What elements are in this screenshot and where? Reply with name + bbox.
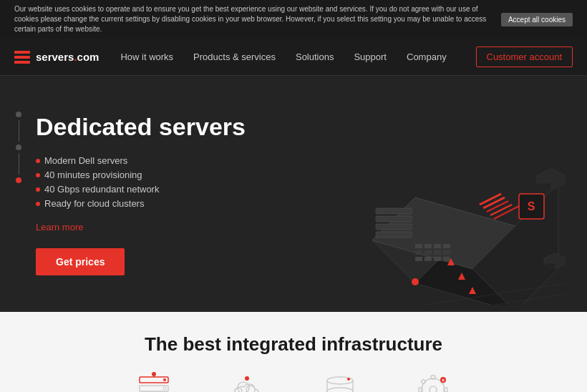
cookie-text: Our website uses cookies to operate and … [14,4,494,34]
server-illustration: S [279,83,566,305]
bullet-4: Ready for cloud clusters [36,198,246,209]
nav-links: How it works Products & services Solutio… [120,52,475,62]
nav-solutions[interactable]: Solutions [296,52,334,62]
svg-rect-29 [443,257,450,261]
svg-rect-23 [425,250,432,255]
learn-more-link[interactable]: Learn more [36,222,246,232]
dot-accent [16,177,21,183]
svg-rect-18 [415,244,422,248]
bullet-1: Modern Dell servers [36,155,246,166]
bullet-dot-4 [36,202,40,206]
svg-line-10 [490,205,512,215]
svg-rect-28 [434,257,441,261]
svg-rect-25 [443,250,450,255]
bullet-2: 40 minutes provisioning [36,170,246,180]
svg-rect-14 [376,224,412,230]
logo[interactable]: servers.com [14,51,99,64]
svg-point-65 [327,388,353,392]
dot-top [16,112,21,117]
svg-point-48 [163,387,166,390]
svg-marker-41 [537,169,566,190]
icon-storage [315,370,365,392]
dot-mid [16,144,21,150]
dedicated-servers-icon [132,370,175,392]
svg-rect-12 [376,208,412,214]
hero-title: Dedicated servers [36,112,246,142]
svg-rect-27 [425,257,432,261]
svg-rect-0 [14,51,30,54]
svg-point-59 [245,376,249,381]
svg-text:×: × [442,378,445,383]
navbar: servers.com How it works Products & serv… [0,39,587,76]
customer-account-button[interactable]: Customer account [476,46,573,67]
bullet-dot-1 [36,159,40,163]
dot-line-1 [19,120,19,142]
svg-rect-22 [415,250,422,255]
svg-point-46 [163,378,166,381]
svg-rect-24 [434,250,441,255]
bottom-title: The best integrated infrastructure [14,333,573,356]
bullet-dot-3 [36,187,40,192]
side-decoration [16,112,21,183]
nav-company[interactable]: Company [407,52,447,62]
svg-rect-21 [443,244,450,248]
cloud-icon [225,370,268,392]
hero-section: Dedicated servers Modern Dell servers 40… [0,76,587,312]
bullet-dot-2 [36,173,40,177]
svg-text:S: S [528,200,535,212]
icon-cloud [222,370,272,392]
accept-cookies-button[interactable]: Accept all cookies [501,13,573,26]
svg-point-69 [347,378,350,381]
hero-content: Dedicated servers Modern Dell servers 40… [36,112,246,276]
svg-line-8 [483,197,505,208]
svg-rect-1 [14,56,30,59]
svg-rect-76 [421,379,426,384]
nav-support[interactable]: Support [354,52,387,62]
nav-products-services[interactable]: Products & services [193,52,276,62]
get-prices-button[interactable]: Get prices [36,248,125,275]
dot-line-2 [19,153,19,175]
hero-bullets: Modern Dell servers 40 minutes provision… [36,155,246,209]
svg-point-33 [412,278,419,285]
svg-rect-47 [140,386,168,391]
logo-text: servers.com [36,51,99,63]
svg-rect-19 [425,244,432,248]
svg-rect-26 [415,257,422,261]
svg-line-9 [487,201,508,212]
logo-icon [14,51,30,64]
icons-row: × [14,370,573,392]
svg-line-7 [480,194,501,205]
svg-rect-15 [376,232,412,237]
nav-how-it-works[interactable]: How it works [120,52,173,62]
cookie-bar: Our website uses cookies to operate and … [0,0,587,39]
svg-rect-75 [444,388,447,392]
svg-rect-74 [419,388,422,392]
svg-point-71 [430,386,437,392]
bullet-3: 40 Gbps redundant network [36,184,246,195]
svg-rect-20 [434,244,441,248]
cdn-icon: × [412,370,455,392]
svg-rect-2 [14,61,30,64]
bottom-section: The best integrated infrastructure [0,312,587,392]
storage-icon [319,370,362,392]
icon-cdn: × [408,370,458,392]
icon-dedicated-servers [129,370,179,392]
svg-rect-13 [376,216,412,222]
server-svg: S [279,83,566,305]
svg-rect-72 [431,376,435,379]
